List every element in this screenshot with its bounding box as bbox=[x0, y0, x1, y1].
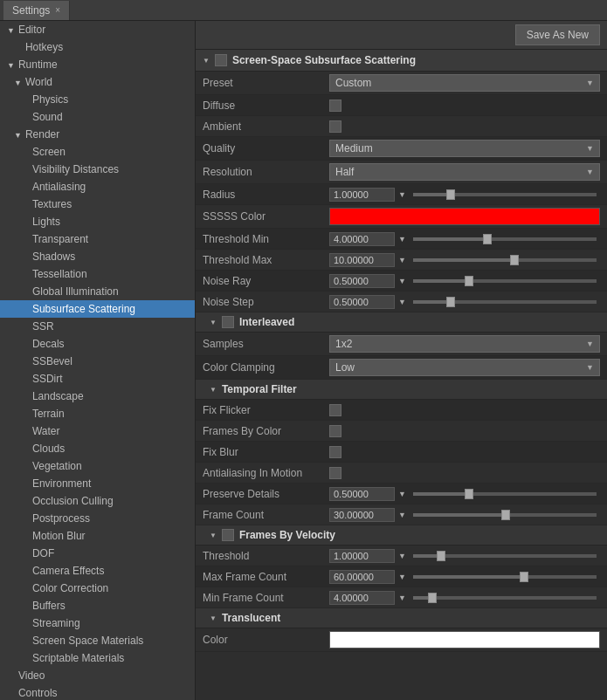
save-as-new-button[interactable]: Save As New bbox=[515, 24, 600, 45]
sidebar-item-ssr[interactable]: ▼SSR bbox=[0, 318, 195, 335]
sssss-color-swatch[interactable] bbox=[329, 208, 600, 225]
preserve-details-slider-thumb[interactable] bbox=[465, 489, 473, 499]
sidebar-item-terrain[interactable]: ▼Terrain bbox=[0, 405, 195, 422]
sidebar-item-environment[interactable]: ▼Environment bbox=[0, 475, 195, 492]
frame-count-slider-thumb[interactable] bbox=[501, 510, 510, 520]
threshold-max-input[interactable]: 10.00000 bbox=[329, 253, 395, 267]
frame-count-input[interactable]: 30.00000 bbox=[329, 508, 395, 522]
sidebar-item-clouds[interactable]: ▼Clouds bbox=[0, 440, 195, 457]
preset-dropdown[interactable]: Custom ▼ bbox=[329, 74, 600, 92]
sidebar-item-landscape[interactable]: ▼Landscape bbox=[0, 388, 195, 405]
threshold-max-slider-thumb[interactable] bbox=[510, 255, 519, 265]
radius-slider[interactable] bbox=[413, 193, 597, 196]
sidebar-item-render[interactable]: ▼Render bbox=[0, 126, 195, 143]
sidebar-item-shadows[interactable]: ▼Shadows bbox=[0, 248, 195, 265]
threshold-min-slider[interactable] bbox=[413, 237, 597, 241]
quality-dropdown[interactable]: Medium ▼ bbox=[329, 140, 600, 157]
antialiasing-motion-checkbox[interactable] bbox=[329, 467, 341, 479]
sidebar-item-antialiasing[interactable]: ▼Antialiasing bbox=[0, 178, 195, 196]
interleaved-section-header[interactable]: ▼ Interleaved bbox=[196, 312, 607, 333]
sidebar-item-world[interactable]: ▼World bbox=[0, 73, 195, 91]
color-clamping-dropdown[interactable]: Low ▼ bbox=[329, 359, 600, 376]
sidebar-item-screen_space_materials[interactable]: ▼Screen Space Materials bbox=[0, 632, 195, 649]
diffuse-checkbox[interactable] bbox=[329, 100, 341, 112]
frames-by-color-checkbox[interactable] bbox=[329, 425, 341, 437]
sidebar-item-ssdirt[interactable]: ▼SSDirt bbox=[0, 370, 195, 388]
sidebar-item-runtime[interactable]: ▼Runtime bbox=[0, 56, 195, 73]
min-frame-count-slider-thumb[interactable] bbox=[428, 593, 437, 603]
sidebar-item-subsurface_scattering[interactable]: ▼Subsurface Scattering bbox=[0, 300, 195, 318]
frames-by-velocity-section-header[interactable]: ▼ Frames By Velocity bbox=[196, 525, 607, 546]
resolution-dropdown[interactable]: Half ▼ bbox=[329, 163, 600, 181]
frames-by-velocity-checkbox[interactable] bbox=[222, 529, 234, 541]
fix-flicker-checkbox[interactable] bbox=[329, 404, 341, 416]
radius-slider-thumb[interactable] bbox=[446, 189, 455, 200]
threshold-min-input[interactable]: 4.00000 bbox=[329, 232, 395, 246]
noise-step-input[interactable]: 0.50000 bbox=[329, 295, 395, 309]
sidebar-item-visibility[interactable]: ▼Visibility Distances bbox=[0, 161, 195, 178]
threshold-slider[interactable] bbox=[413, 554, 597, 558]
threshold-slider-thumb[interactable] bbox=[437, 551, 445, 561]
tab-close-icon[interactable]: × bbox=[55, 5, 60, 15]
color-swatch[interactable] bbox=[329, 631, 600, 649]
sidebar-item-video[interactable]: ▼Video bbox=[0, 667, 195, 684]
max-frame-count-slider-thumb[interactable] bbox=[520, 572, 528, 582]
sidebar-item-ssbevel[interactable]: ▼SSBevel bbox=[0, 353, 195, 370]
sidebar-item-scriptable_materials[interactable]: ▼Scriptable Materials bbox=[0, 649, 195, 667]
ambient-checkbox[interactable] bbox=[329, 120, 341, 133]
sidebar-item-transparent[interactable]: ▼Transparent bbox=[0, 230, 195, 248]
sidebar-item-streaming[interactable]: ▼Streaming bbox=[0, 614, 195, 632]
sidebar-item-controls[interactable]: ▼Controls bbox=[0, 684, 195, 700]
threshold-max-slider[interactable] bbox=[413, 258, 597, 262]
preset-dropdown-arrow-icon: ▼ bbox=[586, 79, 594, 87]
content-area: Save As New ▼ Screen-Space Subsurface Sc… bbox=[196, 21, 607, 700]
noise-step-slider-thumb[interactable] bbox=[446, 297, 455, 307]
sidebar-item-motion_blur[interactable]: ▼Motion Blur bbox=[0, 527, 195, 545]
noise-ray-slider[interactable] bbox=[413, 279, 597, 283]
preserve-details-slider[interactable] bbox=[413, 492, 597, 496]
frame-count-slider[interactable] bbox=[413, 513, 597, 517]
threshold-min-slider-thumb[interactable] bbox=[483, 234, 492, 244]
min-frame-count-input[interactable]: 4.00000 bbox=[329, 591, 395, 605]
sidebar-item-lights[interactable]: ▼Lights bbox=[0, 213, 195, 230]
sidebar-item-color_correction[interactable]: ▼Color Correction bbox=[0, 580, 195, 597]
settings-tab[interactable]: Settings × bbox=[3, 1, 70, 20]
sidebar-item-occlusion_culling[interactable]: ▼Occlusion Culling bbox=[0, 492, 195, 510]
sidebar-item-buffers[interactable]: ▼Buffers bbox=[0, 597, 195, 614]
noise-ray-slider-thumb[interactable] bbox=[465, 276, 473, 286]
max-frame-count-input[interactable]: 60.00000 bbox=[329, 570, 395, 584]
sidebar-item-label: SSDirt bbox=[32, 373, 63, 385]
sidebar-item-sound[interactable]: ▼Sound bbox=[0, 108, 195, 126]
max-frame-count-slider-fill bbox=[413, 575, 523, 579]
section-enabled-checkbox[interactable] bbox=[215, 54, 227, 66]
threshold-input[interactable]: 1.00000 bbox=[329, 549, 395, 563]
sidebar-item-hotkeys[interactable]: ▼Hotkeys bbox=[0, 38, 195, 56]
min-frame-count-slider[interactable] bbox=[413, 596, 597, 600]
radius-input[interactable]: 1.00000 bbox=[329, 188, 395, 202]
sidebar-item-camera_effects[interactable]: ▼Camera Effects bbox=[0, 562, 195, 580]
sidebar-item-textures[interactable]: ▼Textures bbox=[0, 196, 195, 213]
main-layout: ▼Editor▼Hotkeys▼Runtime▼World▼Physics▼So… bbox=[0, 21, 607, 700]
preserve-details-input[interactable]: 0.50000 bbox=[329, 487, 395, 501]
fix-blur-checkbox[interactable] bbox=[329, 446, 341, 458]
noise-ray-input[interactable]: 0.50000 bbox=[329, 274, 395, 288]
sidebar-item-vegetation[interactable]: ▼Vegetation bbox=[0, 457, 195, 475]
sidebar-item-editor[interactable]: ▼Editor bbox=[0, 21, 195, 38]
interleaved-checkbox[interactable] bbox=[222, 316, 234, 328]
sidebar-item-water[interactable]: ▼Water bbox=[0, 422, 195, 440]
sidebar-item-label: Controls bbox=[18, 687, 58, 699]
sidebar-item-decals[interactable]: ▼Decals bbox=[0, 335, 195, 353]
sidebar-item-postprocess[interactable]: ▼Postprocess bbox=[0, 510, 195, 527]
section-header-sss[interactable]: ▼ Screen-Space Subsurface Scattering bbox=[196, 50, 607, 72]
temporal-filter-section-header[interactable]: ▼ Temporal Filter bbox=[196, 380, 607, 400]
sidebar-item-tessellation[interactable]: ▼Tessellation bbox=[0, 265, 195, 283]
sidebar-item-dof[interactable]: ▼DOF bbox=[0, 545, 195, 562]
translucent-section-header[interactable]: ▼ Translucent bbox=[196, 608, 607, 628]
noise-step-slider[interactable] bbox=[413, 300, 597, 304]
sidebar-item-screen[interactable]: ▼Screen bbox=[0, 143, 195, 161]
sidebar-item-label: Screen bbox=[32, 146, 66, 158]
sidebar-item-global_illumination[interactable]: ▼Global Illumination bbox=[0, 283, 195, 300]
sidebar-item-physics[interactable]: ▼Physics bbox=[0, 91, 195, 108]
samples-dropdown[interactable]: 1x2 ▼ bbox=[329, 335, 600, 353]
max-frame-count-slider[interactable] bbox=[413, 575, 597, 579]
